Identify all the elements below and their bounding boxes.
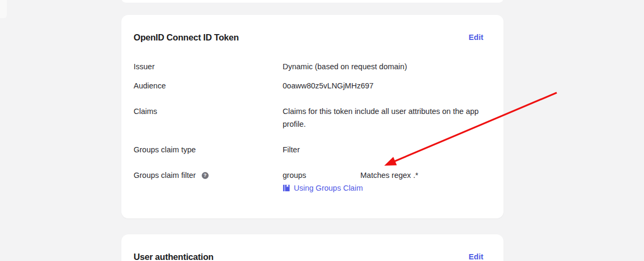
book-icon — [283, 184, 290, 192]
groups-claim-filter-value: groupsMatches regex .* Using Groups Clai… — [283, 169, 491, 195]
filter-condition: Matches regex .* — [360, 171, 418, 180]
groups-claim-type-label: Groups claim type — [134, 143, 283, 156]
groups-claim-filter-label: Groups claim filter — [134, 169, 196, 182]
using-groups-claim-link[interactable]: Using Groups Claim — [283, 182, 363, 194]
audience-value: 0oaww80z5vLNGjMHz697 — [283, 79, 491, 92]
claims-row: Claims Claims for this token include all… — [134, 105, 491, 130]
groups-claim-link-row: Using Groups Claim — [283, 182, 491, 195]
filter-expression: groupsMatches regex .* — [283, 169, 491, 182]
openid-connect-id-token-card: OpenID Connect ID Token Edit Issuer Dyna… — [121, 15, 503, 218]
card-title: OpenID Connect ID Token — [134, 31, 239, 44]
previous-card-bottom-edge — [121, 0, 503, 3]
edit-button[interactable]: Edit — [469, 250, 483, 261]
card-title: User authentication — [134, 250, 213, 261]
groups-claim-filter-row: Groups claim filter ? groupsMatches rege… — [134, 169, 491, 195]
claims-label: Claims — [134, 105, 283, 118]
issuer-row: Issuer Dynamic (based on request domain) — [134, 60, 491, 73]
audience-label: Audience — [134, 79, 283, 92]
question-mark-icon[interactable]: ? — [202, 172, 209, 179]
card-header: User authentication Edit — [134, 234, 491, 261]
user-authentication-card: User authentication Edit — [121, 234, 503, 261]
groups-claim-type-row: Groups claim type Filter — [134, 143, 491, 156]
edit-button[interactable]: Edit — [469, 31, 483, 44]
issuer-value: Dynamic (based on request domain) — [283, 60, 491, 73]
claims-value: Claims for this token include all user a… — [283, 105, 491, 130]
audience-row: Audience 0oaww80z5vLNGjMHz697 — [134, 79, 491, 92]
settings-page: { "colors": { "background": "#f3f3f4", "… — [0, 0, 644, 261]
issuer-label: Issuer — [134, 60, 283, 73]
filter-claim-name: groups — [283, 169, 360, 182]
using-groups-claim-label: Using Groups Claim — [294, 182, 363, 194]
cutoff-panel-corner — [0, 0, 7, 18]
groups-claim-filter-label-wrap: Groups claim filter ? — [134, 169, 283, 182]
groups-claim-type-value: Filter — [283, 143, 491, 156]
card-header: OpenID Connect ID Token Edit — [134, 15, 491, 44]
